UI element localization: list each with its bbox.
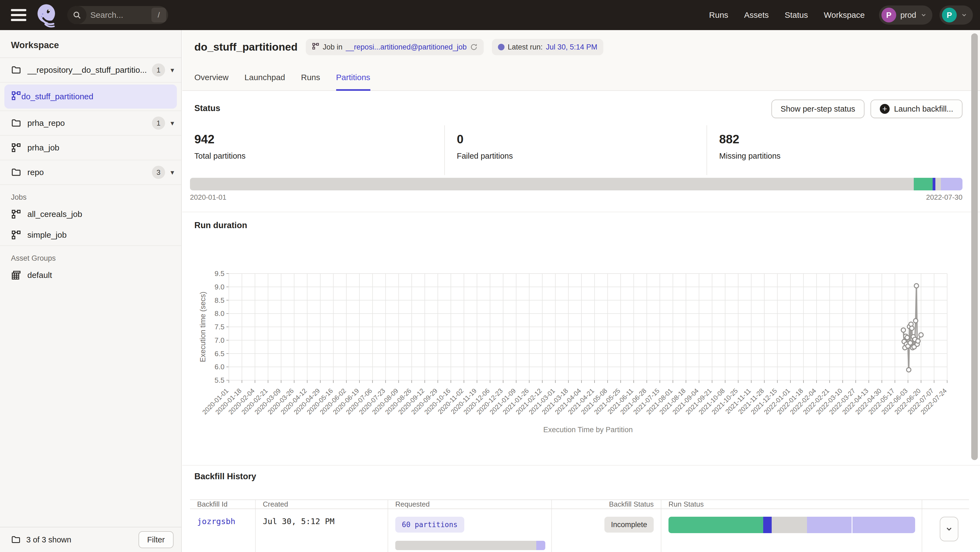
data-point-marker <box>914 284 919 288</box>
jobs-list: all_cereals_jobsimple_job <box>0 204 181 245</box>
y-axis-title: Execution time (secs) <box>199 292 207 362</box>
row-actions-cell <box>922 509 969 552</box>
partition-range-start: 2020-01-01 <box>190 193 226 201</box>
top-nav-links: RunsAssetsStatusWorkspace <box>709 10 865 20</box>
backfill-status-tag: Incomplete <box>605 517 654 533</box>
data-point-marker <box>908 341 912 345</box>
backfill-history-table: Backfill IdCreatedRequestedBackfill Stat… <box>190 500 969 552</box>
vertical-scrollbar[interactable] <box>971 33 978 460</box>
show-per-step-status-button[interactable]: Show per-step status <box>772 100 864 118</box>
chevron-down-icon <box>961 12 967 18</box>
asset-group-icon <box>11 270 21 281</box>
job-icon <box>11 209 21 219</box>
expand-caret-icon[interactable]: ▾ <box>170 119 174 127</box>
sidebar-asset-group-default[interactable]: default <box>0 265 181 286</box>
filter-button[interactable]: Filter <box>138 531 173 548</box>
data-point-marker <box>913 319 918 323</box>
search-icon <box>67 6 86 24</box>
tab-runs[interactable]: Runs <box>301 73 320 91</box>
run-status-bar[interactable] <box>668 517 915 533</box>
search-placeholder: Search... <box>90 10 151 20</box>
y-tick-label: 6.5 <box>215 350 224 358</box>
segment-not-started <box>772 517 807 533</box>
hamburger-menu-icon[interactable] <box>11 9 26 21</box>
y-tick-label: 9.5 <box>215 270 224 278</box>
partition-bar-date-range: 2020-01-01 2022-07-30 <box>190 193 963 201</box>
sidebar-item-repo[interactable]: repo3▾ <box>0 160 181 185</box>
refresh-icon[interactable] <box>470 43 478 51</box>
data-point-marker <box>907 368 911 372</box>
job-origin-prefix: Job in <box>323 43 342 51</box>
segment-queued <box>536 541 545 550</box>
stat-value: 882 <box>719 132 969 146</box>
requested-cell: 60 partitions2020-01-012022-07-30 <box>388 509 552 552</box>
created-cell: Jul 30, 5:12 PM <box>256 509 388 552</box>
deployment-switcher[interactable]: P prod <box>879 5 932 25</box>
launch-backfill-button[interactable]: +Launch backfill... <box>870 100 963 118</box>
stat-total-partitions: 942Total partitions <box>182 125 444 175</box>
latest-run-prefix: Latest run: <box>508 43 543 51</box>
search-input[interactable]: Search... / <box>67 6 168 24</box>
sidebar-item-prha_job[interactable]: prha_job <box>0 136 181 160</box>
sidebar-job-simple_job[interactable]: simple_job <box>0 225 181 245</box>
repos-shown-count: 3 of 3 shown <box>26 535 71 544</box>
job-icon <box>312 43 320 52</box>
job-origin-tag: Job in __reposi...artitioned@partitioned… <box>306 39 484 55</box>
expand-caret-icon[interactable]: ▾ <box>170 168 174 177</box>
dagster-logo-icon[interactable] <box>33 2 59 28</box>
folder-icon <box>11 167 21 178</box>
user-menu[interactable]: P <box>940 5 973 25</box>
top-navigation-bar: Search... / RunsAssetsStatusWorkspace P … <box>0 0 980 30</box>
data-point-marker <box>916 339 920 343</box>
repo-count-badge: 1 <box>152 117 165 130</box>
tab-launchpad[interactable]: Launchpad <box>245 73 285 91</box>
deployment-label: prod <box>900 11 916 20</box>
chevron-down-icon <box>920 12 927 18</box>
column-header-run-status: Run Status <box>661 500 922 509</box>
partition-range-end: 2022-07-30 <box>926 193 963 201</box>
stat-label: Missing partitions <box>719 152 969 160</box>
y-tick-label: 7.0 <box>215 336 224 344</box>
column-header-requested: Requested <box>388 500 552 509</box>
y-tick-label: 6.0 <box>215 363 224 371</box>
run-status-dot-icon <box>498 44 504 50</box>
partition-status-bar[interactable] <box>190 178 963 190</box>
top-nav-assets[interactable]: Assets <box>744 10 769 20</box>
requested-partitions-pill[interactable]: 60 partitions <box>395 517 464 533</box>
y-tick-label: 9.0 <box>215 283 224 291</box>
dagster-app-window: Search... / RunsAssetsStatusWorkspace P … <box>0 0 980 552</box>
tab-overview[interactable]: Overview <box>194 73 229 91</box>
folder-icon <box>11 535 21 545</box>
backfill-history-heading: Backfill History <box>194 471 256 481</box>
asset-groups-list: default <box>0 265 181 286</box>
stat-label: Total partitions <box>194 152 444 160</box>
job-icon <box>11 230 21 240</box>
expand-row-button[interactable] <box>940 517 958 541</box>
job-origin-link[interactable]: __reposi...artitioned@partitioned_job <box>346 43 467 51</box>
repository-list: __repository__do_stuff_partitio...1▾do_s… <box>0 57 181 185</box>
top-nav-runs[interactable]: Runs <box>709 10 728 20</box>
deployment-avatar: P <box>881 8 896 22</box>
latest-run-link[interactable]: Jul 30, 5:14 PM <box>546 43 597 51</box>
y-tick-label: 8.5 <box>215 296 224 305</box>
y-tick-label: 8.0 <box>215 309 224 317</box>
column-header-backfill-status: Backfill Status <box>552 500 661 509</box>
partition-stats: 942Total partitions0Failed partitions882… <box>182 125 969 175</box>
sidebar-item-do_stuff_partitioned[interactable]: do_stuff_partitioned <box>5 84 177 109</box>
sidebar-item-__repository__do_stuff_partitio-[interactable]: __repository__do_stuff_partitio...1▾ <box>0 58 181 82</box>
tab-partitions[interactable]: Partitions <box>336 73 371 91</box>
stat-failed-partitions: 0Failed partitions <box>444 125 707 175</box>
backfill-table-row: jozrgsbhJul 30, 5:12 PM60 partitions2020… <box>190 509 969 552</box>
asset-groups-section-label: Asset Groups <box>0 246 181 265</box>
sidebar-job-all_cereals_job[interactable]: all_cereals_job <box>0 204 181 225</box>
segment-queued <box>852 517 915 533</box>
sidebar-item-prha_repo[interactable]: prha_repo1▾ <box>0 111 181 136</box>
column-header-actions <box>922 500 969 509</box>
top-nav-workspace[interactable]: Workspace <box>824 10 865 20</box>
top-nav-status[interactable]: Status <box>784 10 808 20</box>
run-status-cell <box>661 509 922 552</box>
workspace-sidebar: Workspace __repository__do_stuff_partiti… <box>0 30 182 552</box>
search-shortcut-key: / <box>151 8 166 22</box>
expand-caret-icon[interactable]: ▾ <box>170 66 174 75</box>
backfill-id-link[interactable]: jozrgsbh <box>197 517 235 526</box>
